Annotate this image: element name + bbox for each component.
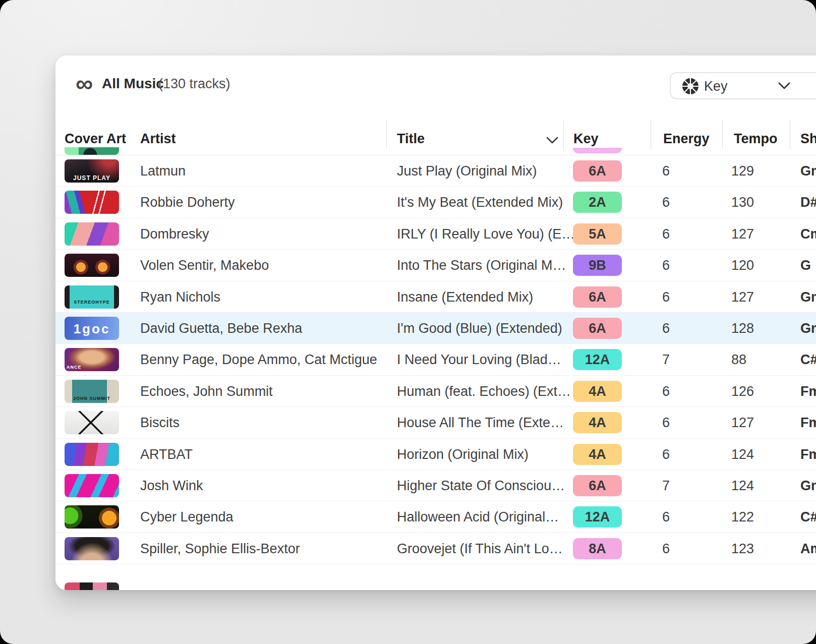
table-row[interactable]: STEREOHYPE Ryan Nichols Insane (Extended… (55, 281, 816, 313)
key-badge: 9B (573, 255, 622, 276)
cover-art (65, 191, 119, 214)
cover-art: JUST PLAY (65, 159, 119, 183)
title-cell: I'm Good (Blue) (Extended) (397, 321, 562, 336)
tempo-cell: 127 (731, 415, 754, 431)
title-cell: Halloween Acid (Original… (397, 509, 559, 525)
key-badge: 8A (573, 538, 622, 559)
sh-cell: C# (800, 352, 816, 368)
column-separator (386, 120, 387, 149)
key-badge: 5A (573, 223, 622, 245)
table-row[interactable]: JUST PLAY Latmun Just Play (Original Mix… (55, 155, 816, 187)
column-header-tempo[interactable]: Tempo (734, 131, 778, 147)
artist-cell: Spiller, Sophie Ellis-Bextor (140, 541, 300, 557)
title-cell: Into The Stars (Original M… (397, 258, 566, 273)
artist-cell: David Guetta, Bebe Rexha (140, 321, 302, 336)
table-row[interactable]: ARTBAT Horizon (Original Mix) 4A 6 124 F… (55, 439, 816, 470)
artist-cell: Cyber Legenda (140, 509, 234, 525)
artist-cell: Echoes, John Summit (140, 384, 273, 399)
artist-cell: Latmun (140, 163, 186, 179)
sh-cell: G (800, 258, 811, 273)
track-count: (130 tracks) (158, 76, 230, 92)
artist-cell: ARTBAT (140, 447, 193, 462)
key-badge: 4A (573, 444, 622, 465)
cover-art (65, 222, 119, 246)
sh-cell: Gm (800, 163, 816, 179)
table-row[interactable]: Biscits House All The Time (Exte… 4A 6 1… (55, 407, 816, 438)
sh-cell: Cm (800, 226, 816, 242)
table-row[interactable]: ANCE Benny Page, Dope Ammo, Cat Mctigue … (55, 344, 816, 375)
cover-art-text: ANCE (67, 365, 119, 370)
sh-cell: Fm (800, 447, 816, 462)
title-cell: House All The Time (Exte… (397, 415, 564, 431)
column-header-artist[interactable]: Artist (140, 131, 176, 147)
energy-cell: 6 (662, 226, 670, 242)
artist-cell: Volen Sentir, Makebo (140, 258, 269, 273)
sh-cell: Fm (800, 384, 816, 399)
key-badge: 4A (573, 381, 622, 402)
table-row[interactable]: 1goc David Guetta, Bebe Rexha I'm Good (… (55, 313, 816, 344)
table-row[interactable]: Volen Sentir, Makebo Into The Stars (Ori… (55, 250, 816, 281)
playlist-title: All Music (102, 76, 164, 92)
key-badge: 6A (573, 160, 622, 182)
key-badge: 12A (573, 506, 622, 528)
energy-cell: 6 (662, 258, 670, 273)
title-cell: Human (feat. Echoes) (Ext… (397, 384, 571, 399)
sh-cell: Am (800, 541, 816, 557)
column-header-sh[interactable]: Sh (800, 131, 816, 147)
table-row[interactable]: Cyber Legenda Halloween Acid (Original… … (55, 501, 816, 533)
cover-art (65, 474, 119, 497)
artist-cell: Dombresky (140, 226, 209, 242)
tempo-cell: 129 (731, 163, 754, 179)
app-background: ∞ All Music (130 tracks) Key (0, 0, 816, 644)
column-separator (563, 120, 564, 149)
cover-art: JOHN SUMMIT (65, 380, 119, 403)
music-library-panel: ∞ All Music (130 tracks) Key (55, 55, 816, 590)
column-header-energy[interactable]: Energy (663, 131, 710, 147)
key-badge: 6A (573, 318, 622, 339)
partial-bottom-cover-art (65, 582, 119, 590)
artist-cell: Biscits (140, 415, 180, 431)
key-badge: 2A (573, 192, 622, 213)
title-cell: Higher State Of Consciou… (397, 478, 565, 494)
artist-cell: Benny Page, Dope Ammo, Cat Mctigue (140, 352, 377, 368)
cover-art: ANCE (65, 348, 119, 371)
table-row[interactable]: Robbie Doherty It's My Beat (Extended Mi… (55, 187, 816, 218)
camelot-wheel-icon (682, 78, 699, 97)
tempo-cell: 124 (731, 478, 754, 494)
column-header-title[interactable]: Title (397, 131, 425, 147)
cover-art (65, 443, 119, 466)
sh-cell: Gm (800, 289, 816, 305)
table-row[interactable]: JOHN SUMMIT Echoes, John Summit Human (f… (55, 376, 816, 407)
title-cell: IRLY (I Really Love You) (E… (397, 226, 575, 242)
energy-cell: 6 (662, 289, 670, 305)
column-header-key[interactable]: Key (573, 131, 599, 147)
title-cell: It's My Beat (Extended Mix) (397, 195, 563, 210)
table-header: Cover Art Artist Title Key Energy Tempo … (55, 116, 816, 155)
cover-art (65, 254, 119, 277)
sh-cell: Gm (800, 478, 816, 494)
column-header-cover-art[interactable]: Cover Art (65, 131, 126, 147)
table-row[interactable]: Spiller, Sophie Ellis-Bextor Groovejet (… (55, 533, 816, 564)
key-badge: 6A (573, 286, 622, 308)
title-cell: Horizon (Original Mix) (397, 447, 529, 462)
title-cell: Groovejet (If This Ain't Lo… (397, 541, 563, 557)
cover-art: 1goc (65, 317, 119, 340)
sh-cell: C# (800, 509, 816, 525)
library-toolbar: ∞ All Music (130 tracks) Key (55, 55, 816, 116)
partial-bottom-row (55, 564, 816, 590)
sh-cell: Gm (800, 321, 816, 336)
energy-cell: 6 (662, 384, 670, 399)
partial-row-key-badge (573, 148, 622, 153)
energy-cell: 6 (662, 195, 670, 210)
energy-cell: 6 (662, 321, 670, 336)
artist-cell: Robbie Doherty (140, 195, 235, 210)
title-sort-chevron-icon[interactable] (546, 136, 558, 146)
chevron-down-icon (778, 81, 791, 92)
title-cell: Insane (Extended Mix) (397, 289, 533, 305)
energy-cell: 6 (662, 509, 670, 525)
table-row[interactable]: Dombresky IRLY (I Really Love You) (E… 5… (55, 218, 816, 250)
table-row[interactable]: Josh Wink Higher State Of Consciou… 6A 7… (55, 470, 816, 501)
key-sort-dropdown[interactable]: Key (670, 72, 816, 99)
key-badge: 4A (573, 412, 622, 433)
key-badge: 12A (573, 349, 622, 370)
